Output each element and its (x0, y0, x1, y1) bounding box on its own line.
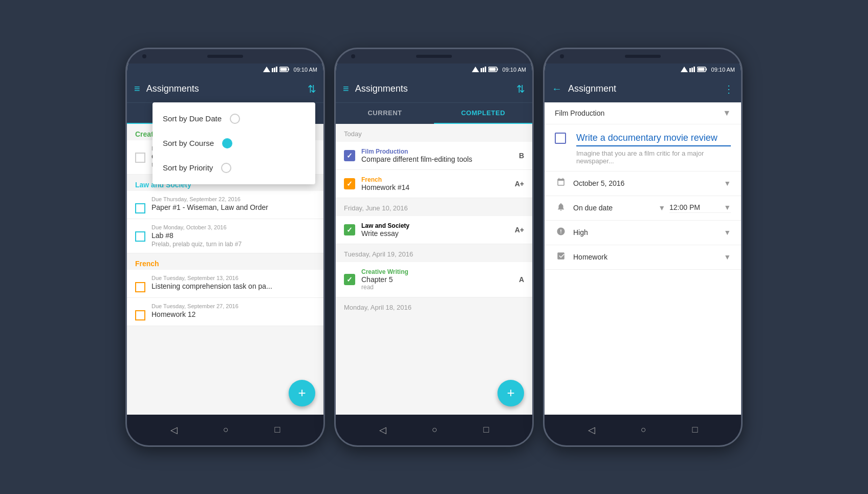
status-icons-1 (263, 67, 290, 72)
square-btn-1[interactable]: □ (274, 424, 280, 435)
date-row[interactable]: October 5, 2016 ▼ (545, 171, 741, 196)
home-btn-1[interactable]: ○ (223, 424, 229, 435)
info-french-hw: French Homework #14 (361, 176, 509, 191)
category-row[interactable]: Homework ▼ (545, 245, 741, 270)
completed-chapter5[interactable]: ✓ Creative Writing Chapter 5 read A (336, 262, 532, 297)
sort-by-due-date[interactable]: Sort by Due Date (153, 106, 315, 131)
home-btn-2[interactable]: ○ (432, 424, 438, 435)
menu-icon-2[interactable]: ≡ (343, 83, 349, 95)
checkbox-lab[interactable] (135, 231, 145, 242)
calendar-icon (555, 178, 567, 189)
time-2: 09:10 AM (503, 67, 526, 73)
square-btn-3[interactable]: □ (692, 424, 698, 435)
reminder-chevron: ▼ (658, 204, 665, 212)
check-mark-chapter5: ✓ (346, 275, 353, 284)
camera-3 (560, 54, 564, 58)
check-film[interactable]: ✓ (344, 150, 355, 161)
tab-completed-2[interactable]: COMPLETED (434, 103, 532, 124)
completed-film[interactable]: ✓ Film Production Compare different film… (336, 142, 532, 170)
svg-rect-16 (691, 68, 693, 72)
title-film: Compare different film-editing tools (361, 155, 513, 163)
tabs-2: CURRENT COMPLETED (336, 102, 532, 124)
title-french-hw: Homework #14 (361, 183, 509, 191)
subtitle-chapter5: read (361, 284, 513, 291)
assignment-item-lab[interactable]: Due Monday, October 3, 2016 Lab #8 Prela… (127, 219, 323, 253)
grade-law-essay: A+ (515, 226, 524, 234)
due-hw12: Due Tuesday, September 27, 2016 (151, 303, 315, 309)
assignment-title-field[interactable]: Write a documentary movie review (576, 133, 731, 146)
status-bar-3: 09:10 AM (545, 63, 741, 76)
svg-rect-2 (274, 68, 275, 72)
radio-course[interactable] (222, 138, 232, 148)
camera-1 (142, 54, 146, 58)
checkbox-listening[interactable] (135, 282, 145, 292)
category-value: Homework (573, 253, 607, 261)
assignment-info-listening: Due Tuesday, September 13, 2016 Listenin… (151, 275, 315, 290)
priority-value: High (573, 228, 588, 237)
square-btn-2[interactable]: □ (483, 424, 489, 435)
reminder-time-select[interactable]: 12:00 PM ▼ (669, 203, 731, 213)
screen-1: 09:10 AM ≡ Assignments ⇅ CURRENT COMPLET… (127, 63, 323, 415)
category-select[interactable]: Homework ▼ (573, 253, 731, 261)
home-btn-3[interactable]: ○ (641, 424, 646, 435)
check-french-hw[interactable]: ✓ (344, 178, 355, 189)
sort-by-course[interactable]: Sort by Course (153, 131, 315, 156)
title-listening: Listening comprehension task on pa... (151, 282, 315, 290)
check-mark-french: ✓ (346, 180, 353, 188)
svg-marker-0 (263, 67, 270, 72)
back-btn-2[interactable]: ◁ (379, 424, 386, 436)
assignment-item-hw12[interactable]: Due Tuesday, September 27, 2016 Homework… (127, 298, 323, 326)
status-bar-2: 09:10 AM (336, 63, 532, 76)
priority-row[interactable]: High ▼ (545, 221, 741, 245)
priority-icon (555, 227, 567, 239)
back-btn-3[interactable]: ◁ (588, 424, 595, 436)
phone-bottom-1: ◁ ○ □ (127, 415, 323, 445)
sort-by-priority[interactable]: Sort by Priority (153, 156, 315, 180)
svg-rect-8 (481, 68, 482, 72)
sort-priority-label: Sort by Priority (163, 163, 213, 172)
reminder-row[interactable]: On due date ▼ 12:00 PM ▼ (545, 196, 741, 221)
phone-top-1 (127, 49, 323, 63)
check-chapter5[interactable]: ✓ (344, 274, 355, 285)
date-select[interactable]: October 5, 2016 ▼ (573, 179, 731, 187)
speaker-1 (207, 55, 243, 58)
category-french: French (127, 253, 323, 270)
assignment-item-listening[interactable]: Due Tuesday, September 13, 2016 Listenin… (127, 270, 323, 298)
svg-rect-15 (689, 68, 691, 72)
assignment-info-paper: Due Thursday, September 22, 2016 Paper #… (151, 196, 315, 211)
sort-icon-2[interactable]: ⇅ (516, 83, 525, 95)
checkbox-paper[interactable] (135, 203, 145, 213)
radio-due[interactable] (230, 114, 240, 124)
check-law[interactable]: ✓ (344, 224, 355, 235)
fab-2[interactable]: + (497, 380, 524, 406)
back-btn-1[interactable]: ◁ (170, 424, 178, 436)
priority-select[interactable]: High ▼ (573, 228, 731, 237)
reminder-value: On due date (573, 204, 613, 212)
title-hw12: Homework 12 (151, 310, 315, 318)
date-june10: Friday, June 10, 2016 (336, 198, 532, 216)
screen-2: 09:10 AM ≡ Assignments ⇅ CURRENT COMPLET… (336, 63, 532, 415)
sort-dropdown: Sort by Due Date Sort by Course Sort by … (153, 102, 315, 184)
svg-rect-10 (485, 67, 486, 72)
assignment-item-paper[interactable]: Due Thursday, September 22, 2016 Paper #… (127, 191, 323, 219)
checkbox-hw12[interactable] (135, 310, 145, 320)
more-icon-3[interactable]: ⋮ (724, 83, 734, 95)
course-law-essay: Law and Society (361, 222, 509, 229)
fab-1[interactable]: + (289, 380, 315, 406)
course-film: Film Production (361, 148, 513, 155)
completed-french-hw[interactable]: ✓ French Homework #14 A+ (336, 170, 532, 198)
back-icon-3[interactable]: ← (552, 83, 562, 95)
due-paper: Due Thursday, September 22, 2016 (151, 196, 315, 202)
content-2: Today ✓ Film Production Compare differen… (336, 124, 532, 415)
menu-icon-1[interactable]: ≡ (134, 83, 140, 95)
radio-priority[interactable] (221, 163, 231, 173)
reminder-type-select[interactable]: On due date ▼ (573, 203, 665, 213)
date-chevron: ▼ (724, 179, 731, 187)
phone-3: 09:10 AM ← Assignment ⋮ Film Production … (543, 48, 743, 447)
detail-checkbox[interactable] (555, 133, 566, 144)
course-dropdown[interactable]: Film Production ▼ (545, 102, 741, 124)
tab-current-2[interactable]: CURRENT (336, 103, 434, 124)
sort-icon-1[interactable]: ⇅ (308, 83, 316, 95)
completed-law-essay[interactable]: ✓ Law and Society Write essay A+ (336, 216, 532, 244)
checkbox-compose[interactable] (135, 153, 145, 163)
